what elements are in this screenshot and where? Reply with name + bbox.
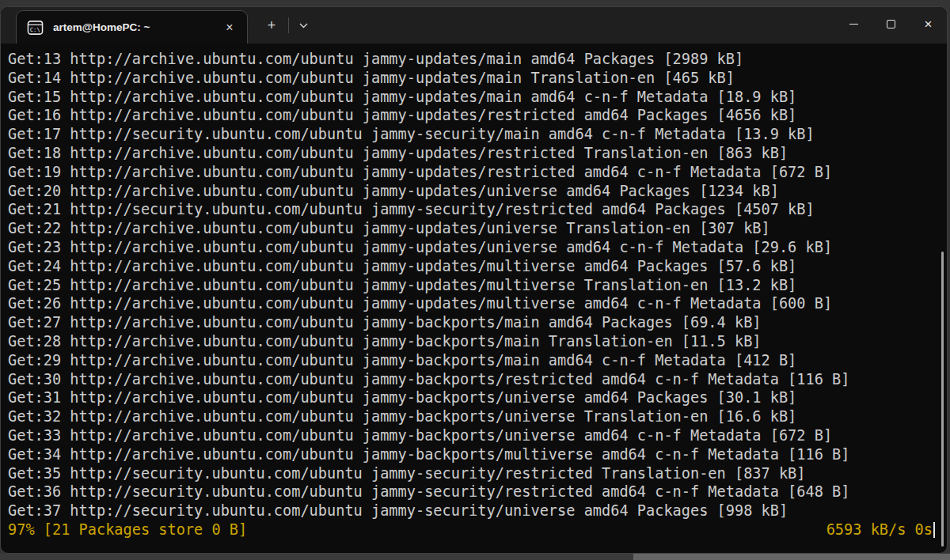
terminal-line: Get:17 http://security.ubuntu.com/ubuntu… (8, 125, 946, 144)
terminal-screen[interactable]: Get:13 http://archive.ubuntu.com/ubuntu … (2, 44, 946, 552)
terminal-line: Get:25 http://archive.ubuntu.com/ubuntu … (8, 276, 946, 295)
taskbar-fragment-left (0, 554, 633, 560)
terminal-line: Get:21 http://security.ubuntu.com/ubuntu… (8, 200, 946, 219)
tab-dropdown-button[interactable] (292, 14, 314, 36)
tabbar-separator (288, 17, 289, 33)
minimize-icon (849, 24, 858, 25)
chevron-down-icon (299, 23, 308, 28)
terminal-line: Get:31 http://archive.ubuntu.com/ubuntu … (8, 388, 946, 407)
terminal-line: Get:24 http://archive.ubuntu.com/ubuntu … (8, 257, 946, 276)
svg-text:C:\: C:\ (30, 25, 40, 32)
terminal-line: Get:28 http://archive.ubuntu.com/ubuntu … (8, 332, 946, 351)
terminal-line: Get:37 http://security.ubuntu.com/ubuntu… (8, 501, 946, 520)
terminal-line: Get:27 http://archive.ubuntu.com/ubuntu … (8, 313, 946, 332)
terminal-line: Get:23 http://archive.ubuntu.com/ubuntu … (8, 238, 946, 257)
terminal-line: Get:36 http://security.ubuntu.com/ubuntu… (8, 482, 946, 501)
maximize-button[interactable] (872, 7, 910, 40)
terminal-line: Get:15 http://archive.ubuntu.com/ubuntu … (8, 88, 946, 107)
tab-close-icon[interactable]: × (220, 18, 239, 37)
titlebar[interactable]: C:\ artem@HomePC: ~ × + × (1, 7, 947, 44)
taskbar-fragment-right (633, 554, 950, 560)
apt-progress-right: 6593 kB/s 0s (826, 520, 933, 539)
terminal-line: Get:22 http://archive.ubuntu.com/ubuntu … (8, 219, 946, 238)
new-tab-button[interactable]: + (260, 14, 283, 36)
terminal-line: Get:13 http://archive.ubuntu.com/ubuntu … (8, 50, 946, 69)
terminal-line: Get:29 http://archive.ubuntu.com/ubuntu … (8, 351, 946, 370)
terminal-line: Get:14 http://archive.ubuntu.com/ubuntu … (8, 69, 946, 88)
minimize-button[interactable] (835, 7, 872, 40)
terminal-line: Get:19 http://archive.ubuntu.com/ubuntu … (8, 163, 946, 182)
close-button[interactable]: × (910, 7, 947, 40)
terminal-output: Get:13 http://archive.ubuntu.com/ubuntu … (8, 50, 946, 520)
tab-artem-homepc[interactable]: C:\ artem@HomePC: ~ × (16, 10, 248, 44)
terminal-line: Get:34 http://archive.ubuntu.com/ubuntu … (8, 445, 946, 464)
apt-progress-left: 97% [21 Packages store 0 B] (8, 520, 247, 539)
terminal-line: Get:16 http://archive.ubuntu.com/ubuntu … (8, 106, 946, 125)
terminal-line: Get:26 http://archive.ubuntu.com/ubuntu … (8, 294, 946, 313)
apt-progress-row: 97% [21 Packages store 0 B] 6593 kB/s 0s (8, 520, 946, 539)
terminal-icon: C:\ (27, 20, 44, 36)
terminal-line: Get:30 http://archive.ubuntu.com/ubuntu … (8, 370, 946, 389)
terminal-line: Get:20 http://archive.ubuntu.com/ubuntu … (8, 182, 946, 201)
maximize-icon (887, 20, 895, 28)
window-controls: × (835, 7, 947, 40)
close-icon: × (925, 17, 933, 31)
terminal-line: Get:32 http://archive.ubuntu.com/ubuntu … (8, 407, 946, 426)
terminal-window: C:\ artem@HomePC: ~ × + × Get:13 http://… (0, 6, 948, 554)
scrollbar-thumb[interactable] (941, 252, 944, 547)
terminal-line: Get:33 http://archive.ubuntu.com/ubuntu … (8, 426, 946, 445)
text-cursor (933, 522, 935, 538)
terminal-line: Get:35 http://security.ubuntu.com/ubuntu… (8, 464, 946, 483)
terminal-line: Get:18 http://archive.ubuntu.com/ubuntu … (8, 144, 946, 163)
tab-title: artem@HomePC: ~ (53, 21, 220, 33)
